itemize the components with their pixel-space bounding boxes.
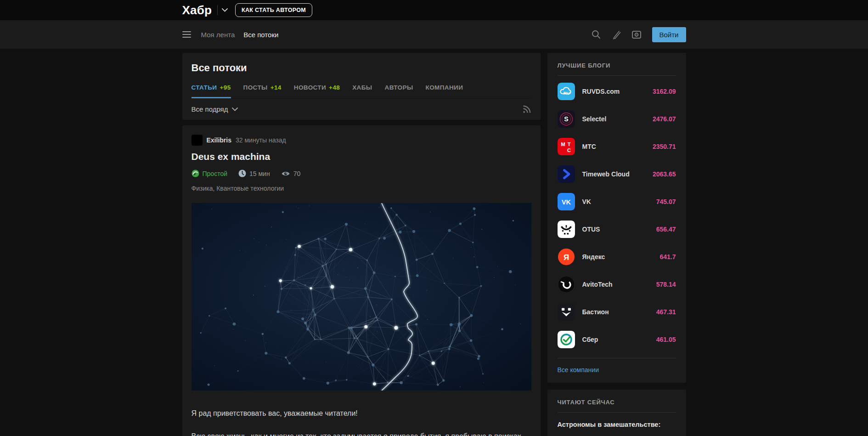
sber-logo-icon — [558, 331, 575, 348]
tab-label: Посты — [243, 84, 268, 91]
post-hubs[interactable]: Физика, Квантовые технологии — [192, 185, 531, 192]
tab-hubs[interactable]: Хабы — [352, 84, 372, 98]
clock-icon — [238, 170, 246, 177]
difficulty-badge: Простой — [192, 170, 228, 177]
navbar: Моя лента Все потоки Войти — [0, 20, 868, 49]
views-badge: 70 — [281, 170, 301, 177]
tab-label: Новости — [294, 84, 326, 91]
svg-text:Я: Я — [563, 253, 569, 262]
post-badges: Простой 15 мин — [192, 170, 531, 177]
company-name: VK — [582, 198, 591, 205]
svg-text:М: М — [561, 142, 565, 147]
read-time-label: 15 мин — [249, 170, 270, 177]
company-name: Selectel — [582, 115, 607, 123]
company-list: RURUVDS.com3162.09SSelectel2476.07МТСМТС… — [558, 78, 676, 353]
company-name: Timeweb Cloud — [582, 170, 630, 178]
company-rating: 745.07 — [656, 198, 676, 205]
write-post-icon[interactable] — [608, 26, 625, 43]
tab-articles[interactable]: Статьи+95 — [192, 84, 231, 98]
reading-now-title: ЧИТАЮТ СЕЙЧАС — [558, 399, 676, 406]
company-row-vk[interactable]: VKVK745.07 — [558, 188, 676, 215]
sidebar: ЛУЧШИЕ БЛОГИ RURUVDS.com3162.09SSelectel… — [547, 53, 686, 436]
best-blogs-card: ЛУЧШИЕ БЛОГИ RURUVDS.com3162.09SSelectel… — [547, 53, 686, 383]
main-column: Все потоки Статьи+95Посты+14Новости+48Ха… — [182, 53, 541, 436]
search-icon[interactable] — [588, 26, 604, 43]
all-companies-link[interactable]: Все компании — [558, 360, 599, 378]
company-row-bastion[interactable]: Бастион467.31 — [558, 298, 676, 326]
topbar: Хабр КАК СТАТЬ АВТОРОМ — [0, 0, 868, 20]
svg-text:RU: RU — [563, 91, 569, 96]
difficulty-label: Простой — [203, 170, 228, 177]
vk-logo-icon: VK — [558, 193, 575, 210]
company-rating: 578.14 — [656, 281, 676, 288]
logo-divider — [217, 5, 218, 15]
otus-logo-icon — [558, 221, 575, 238]
divider — [558, 75, 676, 76]
company-rating: 2063.65 — [653, 170, 676, 178]
yandex-logo-icon: Я — [558, 248, 575, 266]
company-row-yandex[interactable]: ЯЯндекс641.7 — [558, 243, 676, 271]
mts-logo-icon: МТС — [558, 138, 575, 155]
tab-label: Авторы — [384, 84, 413, 91]
tab-companies[interactable]: Компании — [426, 84, 463, 98]
author-avatar[interactable] — [192, 135, 203, 146]
reading-now-item[interactable]: Астрономы в замешательстве: — [558, 420, 676, 435]
chevron-down-icon — [232, 108, 238, 111]
logo-chevron-down-icon[interactable] — [222, 8, 228, 12]
read-time-badge: 15 мин — [238, 170, 270, 177]
company-rating: 2476.07 — [653, 115, 676, 123]
company-row-timeweb[interactable]: Timeweb Cloud2063.65 — [558, 160, 676, 188]
company-rating: 467.31 — [656, 308, 676, 316]
views-count: 70 — [293, 170, 301, 177]
selectel-logo-icon: S — [558, 110, 575, 128]
habr-logo[interactable]: Хабр — [182, 3, 212, 17]
nav-my-feed[interactable]: Моя лента — [201, 31, 235, 39]
filter-row: Все подряд — [182, 98, 541, 120]
avitotech-logo-icon — [558, 276, 575, 293]
tab-posts[interactable]: Посты+14 — [243, 84, 282, 98]
tab-new-count: +95 — [220, 84, 231, 91]
reading-now-card: ЧИТАЮТ СЕЙЧАС Астрономы в замешательстве… — [547, 390, 686, 436]
company-row-mts[interactable]: МТСМТС2350.71 — [558, 133, 676, 160]
company-rating: 2350.71 — [653, 143, 676, 150]
divider — [558, 358, 676, 358]
tab-authors[interactable]: Авторы — [384, 84, 413, 98]
bastion-logo-icon — [558, 303, 575, 321]
author-link[interactable]: Exilibris — [207, 136, 231, 144]
tab-label: Хабы — [352, 84, 372, 91]
company-name: OTUS — [582, 226, 600, 233]
divider — [558, 412, 676, 413]
tabs: Статьи+95Посты+14Новости+48ХабыАвторыКом… — [192, 84, 531, 98]
nav-all-streams[interactable]: Все потоки — [243, 31, 278, 39]
ruvds-logo-icon: RU — [558, 83, 575, 100]
login-button[interactable]: Войти — [652, 27, 686, 42]
svg-text:VK: VK — [561, 198, 571, 206]
company-rating: 641.7 — [659, 253, 676, 260]
company-name: Бастион — [582, 308, 609, 316]
become-author-button[interactable]: КАК СТАТЬ АВТОРОМ — [235, 3, 312, 17]
post-paragraph: Я рад приветствовать вас, уважаемые чита… — [192, 408, 531, 419]
post-cover-image[interactable] — [192, 203, 531, 391]
company-row-selectel[interactable]: SSelectel2476.07 — [558, 105, 676, 133]
hamburger-icon[interactable] — [182, 31, 191, 38]
company-row-sber[interactable]: Сбер461.05 — [558, 326, 676, 353]
company-row-avitotech[interactable]: AvitoTech578.14 — [558, 271, 676, 298]
tab-new-count: +14 — [271, 84, 282, 91]
company-name: МТС — [582, 143, 596, 150]
company-row-otus[interactable]: OTUS656.47 — [558, 215, 676, 243]
article-card: Exilibris 32 минуты назад Deus ex machin… — [182, 125, 541, 436]
tab-label: Компании — [426, 84, 463, 91]
svg-text:S: S — [564, 115, 568, 123]
preview-eye-icon[interactable] — [628, 26, 645, 43]
streams-header-card: Все потоки Статьи+95Посты+14Новости+48Ха… — [182, 53, 541, 120]
difficulty-gauge-icon — [192, 170, 199, 177]
company-name: Сбер — [582, 336, 598, 343]
company-row-ruvds[interactable]: RURUVDS.com3162.09 — [558, 78, 676, 105]
svg-text:С: С — [567, 147, 571, 153]
post-title-link[interactable]: Deus ex machina — [192, 151, 271, 162]
tab-news[interactable]: Новости+48 — [294, 84, 340, 98]
filter-dropdown[interactable]: Все подряд — [192, 105, 238, 113]
company-rating: 461.05 — [656, 336, 676, 343]
rss-icon[interactable] — [522, 105, 531, 114]
svg-text:Т: Т — [567, 142, 570, 147]
